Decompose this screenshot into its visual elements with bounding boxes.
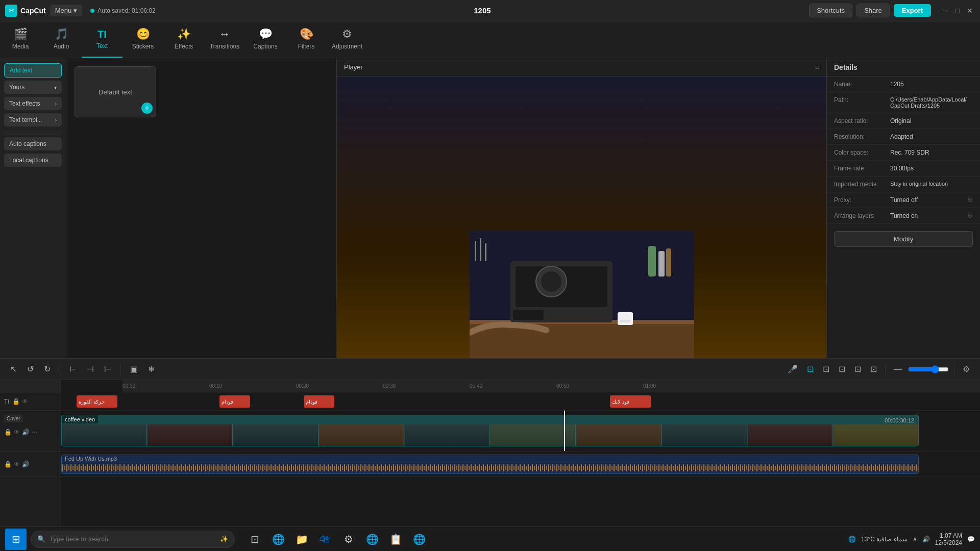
media-icon: 🎬 (14, 28, 28, 41)
text-clip-4[interactable]: فود لايك (610, 395, 651, 408)
taskbar-store[interactable]: 🛍 (314, 529, 336, 550)
audio-lock-icon[interactable]: 🔒 (4, 461, 12, 468)
system-tray[interactable]: ∧ (913, 536, 917, 543)
captions-icon: 💬 (259, 28, 273, 41)
detail-resolution: Resolution: Adapted (827, 129, 980, 145)
network-icon: 🌐 (848, 536, 856, 543)
ruler-00:50: 00:50 (556, 380, 569, 389)
player-menu-icon[interactable]: ≡ (815, 63, 819, 71)
tab-media[interactable]: 🎬 Media (0, 21, 41, 58)
text-clip-1[interactable]: حركة الفورة (77, 395, 117, 408)
local-captions-button[interactable]: Local captions (4, 154, 62, 167)
tab-audio[interactable]: 🎵 Audio (41, 21, 82, 58)
video-more-icon[interactable]: ⋯ (32, 429, 38, 436)
video-clip[interactable]: coffee video (61, 415, 919, 446)
taskbar-temp: 13°C سماء صافية (861, 536, 908, 543)
tab-captions[interactable]: 💬 Captions (245, 21, 286, 58)
tab-filters[interactable]: 🎨 Filters (286, 21, 327, 58)
video-lock-icon[interactable]: 🔒 (4, 429, 12, 436)
taskbar-settings[interactable]: ⚙ (338, 529, 359, 550)
timeline-cursor (564, 411, 565, 451)
undo-button[interactable]: ↺ (24, 362, 37, 376)
player-title: Player (344, 63, 363, 71)
trim-button[interactable]: ⊣ (84, 362, 97, 376)
video-volume-icon[interactable]: 🔊 (22, 429, 30, 436)
eye-icon[interactable]: 👁 (22, 398, 28, 405)
link-button[interactable]: ⊡ (851, 362, 864, 376)
ruler-00:00: 00:00 (122, 380, 135, 389)
cover-label: Cover (4, 415, 23, 422)
taskbar-edge[interactable]: 🌐 (267, 529, 289, 550)
zoom-range[interactable] (908, 365, 949, 373)
audio-clip[interactable]: Fed Up With Us.mp3 (61, 455, 919, 474)
taskbar-search[interactable]: 🔍 ✨ (31, 531, 235, 548)
yours-dropdown[interactable]: Yours ▾ (4, 81, 62, 94)
detail-proxy: Proxy: Turned off ⚙ (827, 192, 980, 208)
search-icon: 🔍 (37, 535, 45, 543)
modify-button[interactable]: Modify (834, 231, 973, 247)
text-clip-2[interactable]: فودام (219, 395, 250, 408)
separator (60, 364, 60, 375)
taskbar-task-view[interactable]: ⊡ (244, 529, 265, 550)
taskbar-chrome2[interactable]: 🌐 (408, 529, 430, 550)
maximize-button[interactable]: □ (952, 6, 963, 16)
effects-icon: ✨ (177, 28, 191, 41)
mic-button[interactable]: 🎤 (785, 362, 801, 376)
text-templates-button[interactable]: Text templ... › (4, 113, 62, 127)
video-eye-icon[interactable]: 👁 (14, 429, 20, 436)
preview-button[interactable]: ⊡ (867, 362, 880, 376)
notification-icon[interactable]: 💬 (967, 536, 975, 543)
proxy-toggle[interactable]: ⚙ (967, 196, 973, 204)
volume-icon[interactable]: 🔊 (922, 536, 930, 543)
taskbar-right: 🌐 13°C سماء صافية ∧ 🔊 1:07 AM 12/5/2024 … (848, 532, 975, 546)
start-button[interactable]: ⊞ (5, 529, 27, 550)
tab-effects[interactable]: ✨ Effects (163, 21, 204, 58)
lock-icon[interactable]: 🔒 (12, 398, 20, 405)
zoom-out-button[interactable]: — (891, 363, 905, 376)
track-content: 00:00 00:10 00:20 00:30 00:40 00:50 01:0… (61, 380, 980, 527)
add-text-button[interactable]: Add text (4, 63, 62, 78)
settings-button[interactable]: ⚙ (960, 362, 973, 376)
audio-eye-icon[interactable]: 👁 (14, 461, 20, 468)
arrange-layers-toggle[interactable]: ⚙ (967, 212, 973, 219)
timeline-ruler: 00:00 00:10 00:20 00:30 00:40 00:50 01:0… (122, 380, 980, 392)
taskbar-app1[interactable]: 📋 (385, 529, 406, 550)
search-input[interactable] (50, 535, 216, 543)
redo-button[interactable]: ↻ (41, 362, 54, 376)
auto-captions-button[interactable]: Auto captions (4, 137, 62, 151)
taskbar-explorer[interactable]: 📁 (291, 529, 312, 550)
export-button[interactable]: Export (894, 4, 931, 17)
menu-button[interactable]: Menu ▾ (50, 5, 83, 16)
share-button[interactable]: Share (856, 4, 890, 17)
add-text-circle-button[interactable]: + (141, 103, 153, 114)
logo-icon: ✂ (5, 5, 17, 17)
split-audio-button[interactable]: ⊡ (836, 362, 848, 376)
close-button[interactable]: ✕ (965, 6, 975, 16)
tab-adjustment[interactable]: ⚙ Adjustment (327, 21, 368, 58)
tab-text[interactable]: TI Text (82, 21, 122, 58)
text-clip-3[interactable]: فودام (304, 395, 334, 408)
separator3 (885, 364, 886, 375)
select-tool[interactable]: ↖ (7, 362, 20, 376)
tab-stickers-label: Stickers (132, 43, 154, 50)
magnet-button[interactable]: ⊡ (820, 362, 832, 376)
freeze-button[interactable]: ❄ (145, 362, 158, 376)
trim-right-button[interactable]: ⊢ (101, 362, 114, 376)
taskbar-chrome[interactable]: 🌐 (361, 529, 383, 550)
tab-captions-label: Captions (253, 43, 277, 50)
tab-transitions[interactable]: ↔ Transitions (204, 21, 245, 58)
text-effects-button[interactable]: Text effects › (4, 97, 62, 110)
timeline-area: ↖ ↺ ↻ ⊢ ⊣ ⊢ ▣ ❄ 🎤 ⊡ ⊡ ⊡ ⊡ ⊡ — ⚙ (0, 358, 980, 527)
snap-button[interactable]: ⊡ (804, 362, 817, 376)
tab-media-label: Media (12, 43, 29, 50)
shortcuts-button[interactable]: Shortcuts (809, 4, 852, 17)
svg-rect-14 (658, 251, 665, 277)
delete-button[interactable]: ▣ (127, 362, 141, 376)
audio-volume-icon[interactable]: 🔊 (22, 461, 30, 468)
split-button[interactable]: ⊢ (66, 362, 80, 376)
autosave-dot (90, 9, 94, 13)
tab-stickers[interactable]: 😊 Stickers (122, 21, 163, 58)
default-text-item[interactable]: Default text + (75, 66, 156, 117)
minimize-button[interactable]: ─ (940, 6, 950, 16)
text-track-header: TI 🔒 👁 (0, 392, 61, 411)
